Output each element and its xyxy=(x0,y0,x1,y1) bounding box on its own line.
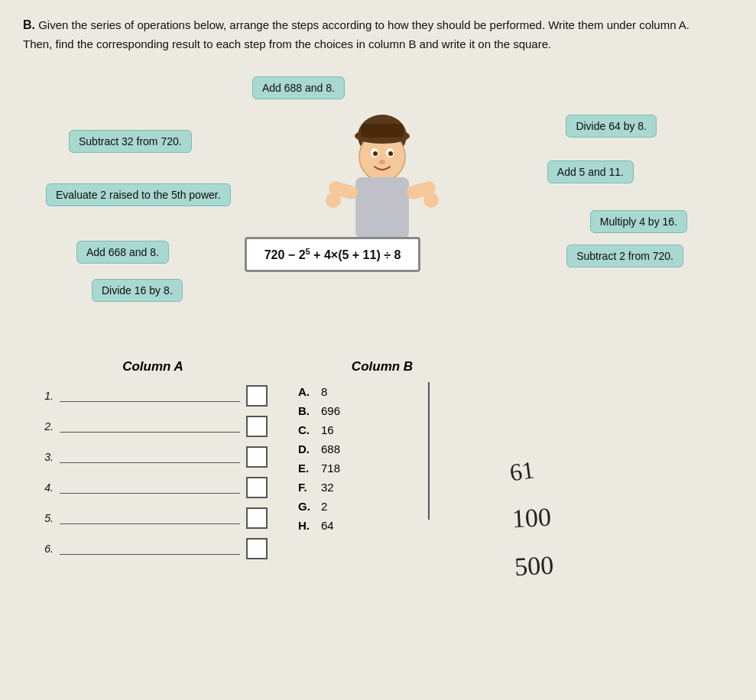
handwritten-500: 500 xyxy=(514,544,555,588)
bubble-divide64: Divide 64 by 8. xyxy=(566,115,657,138)
col-b-row-b: B. 696 xyxy=(298,404,466,417)
bubble-divide16: Divide 16 by 8. xyxy=(92,279,183,302)
column-b: Column B A. 8 B. 696 C. 16 D. 688 xyxy=(298,359,466,569)
col-b-value-g: 2 xyxy=(321,500,327,513)
col-b-letter-e: E. xyxy=(298,462,313,475)
bubble-evaluate2: Evaluate 2 raised to the 5th power. xyxy=(46,183,231,206)
handwritten-100: 100 xyxy=(511,496,553,540)
equation-box: 720 − 25 + 4×(5 + 11) ÷ 8 xyxy=(245,237,420,272)
col-a-row-4: 4. xyxy=(38,477,268,498)
col-b-value-c: 16 xyxy=(321,423,334,436)
col-b-value-f: 32 xyxy=(321,481,334,494)
col-b-letter-d: D. xyxy=(298,442,313,455)
col-b-letter-b: B. xyxy=(298,404,313,417)
col-b-value-e: 718 xyxy=(321,462,340,475)
col-b-value-h: 64 xyxy=(321,519,334,532)
handwritten-61: 61 xyxy=(507,448,551,492)
col-b-letter-g: G. xyxy=(298,500,313,513)
column-a-header: Column A xyxy=(38,359,268,374)
row-line-2 xyxy=(60,420,240,433)
instructions-text: Given the series of operations below, ar… xyxy=(23,18,689,50)
column-b-divider xyxy=(428,382,430,520)
bubble-add688: Add 688 and 8. xyxy=(252,76,345,99)
col-a-row-3: 3. xyxy=(38,446,268,468)
instructions-block: B. Given the series of operations below,… xyxy=(23,15,711,53)
svg-point-11 xyxy=(423,193,439,208)
handwritten-area: 61 100 500 xyxy=(512,451,551,660)
col-b-letter-f: F. xyxy=(298,481,313,494)
character-figure xyxy=(283,115,482,321)
answer-box-6[interactable] xyxy=(246,538,268,559)
row-number-5: 5. xyxy=(38,512,54,524)
col-b-letter-c: C. xyxy=(298,423,313,436)
answer-box-1[interactable] xyxy=(246,385,268,407)
col-b-row-d: D. 688 xyxy=(298,442,466,455)
row-number-4: 4. xyxy=(38,481,54,494)
answer-box-2[interactable] xyxy=(246,416,268,437)
svg-rect-7 xyxy=(355,177,409,238)
col-b-row-h: H. 64 xyxy=(298,519,466,532)
column-a: Column A 1. 2. 3. 4. xyxy=(38,359,268,569)
svg-rect-13 xyxy=(361,124,404,138)
row-number-3: 3. xyxy=(38,451,54,463)
row-number-1: 1. xyxy=(38,390,54,402)
row-line-3 xyxy=(60,451,240,463)
row-line-1 xyxy=(60,390,240,402)
col-b-letter-h: H. xyxy=(298,519,313,532)
row-line-6 xyxy=(60,543,240,555)
row-line-5 xyxy=(60,512,240,524)
page: B. Given the series of operations below,… xyxy=(0,0,756,700)
bubble-multiply4: Multiply 4 by 16. xyxy=(590,210,687,233)
svg-point-10 xyxy=(326,193,341,208)
answer-box-3[interactable] xyxy=(246,446,268,468)
svg-point-5 xyxy=(388,151,393,156)
column-b-rows: A. 8 B. 696 C. 16 D. 688 E. 718 xyxy=(298,385,466,532)
row-line-4 xyxy=(60,481,240,494)
col-b-row-f: F. 32 xyxy=(298,481,466,494)
bottom-section: Column A 1. 2. 3. 4. xyxy=(23,359,733,569)
col-b-row-a: A. 8 xyxy=(298,385,466,398)
col-b-letter-a: A. xyxy=(298,385,313,398)
col-b-row-g: G. 2 xyxy=(298,500,466,513)
operations-area: Add 688 and 8. Divide 64 by 8. Subtract … xyxy=(23,69,733,344)
svg-point-6 xyxy=(379,160,385,164)
bubble-subtract2: Subtract 2 from 720. xyxy=(566,245,683,267)
col-a-row-2: 2. xyxy=(38,416,268,437)
col-a-row-1: 1. xyxy=(38,385,268,407)
answer-box-4[interactable] xyxy=(246,477,268,498)
col-b-row-c: C. 16 xyxy=(298,423,466,436)
row-number-2: 2. xyxy=(38,420,54,433)
bubble-subtract32: Subtract 32 from 720. xyxy=(69,130,192,153)
bubble-add5: Add 5 and 11. xyxy=(547,160,634,183)
column-b-header: Column B xyxy=(298,359,466,374)
col-b-value-a: 8 xyxy=(321,385,327,398)
svg-point-4 xyxy=(373,151,378,156)
col-b-value-d: 688 xyxy=(321,442,340,455)
answer-box-5[interactable] xyxy=(246,507,268,529)
col-b-row-e: E. 718 xyxy=(298,462,466,475)
bubble-add668: Add 668 and 8. xyxy=(76,241,169,264)
col-b-value-b: 696 xyxy=(321,404,340,417)
row-number-6: 6. xyxy=(38,543,54,555)
col-a-row-6: 6. xyxy=(38,538,268,559)
col-a-row-5: 5. xyxy=(38,507,268,529)
column-a-rows: 1. 2. 3. 4. xyxy=(38,385,268,569)
section-letter: B. xyxy=(23,18,35,31)
